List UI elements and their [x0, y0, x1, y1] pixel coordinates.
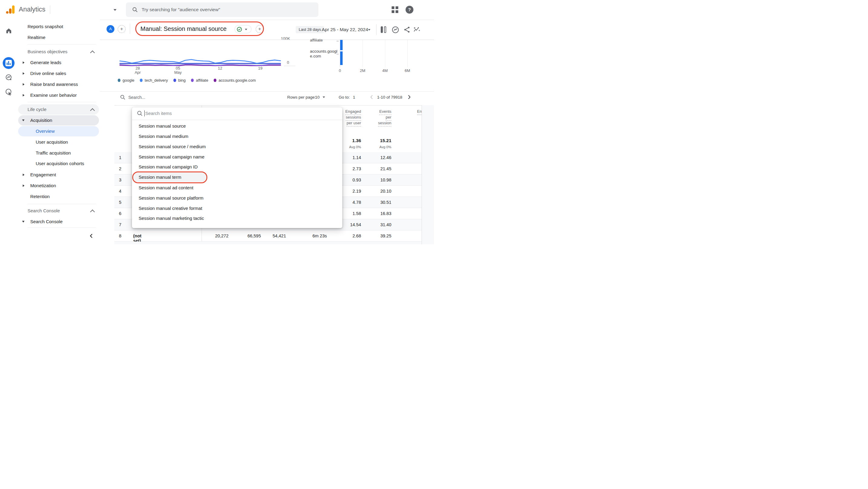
dropdown-item-session-manual-ad-content[interactable]: Session manual ad content: [138, 185, 193, 190]
date-range-selector[interactable]: Apr 25 - May 22, 2024: [322, 26, 368, 33]
account-avatar[interactable]: A: [106, 25, 115, 33]
sidebar-item-raise-brand-awareness[interactable]: Raise brand awareness: [30, 82, 78, 87]
chart-table-divider: [100, 91, 434, 92]
legend-dot: [118, 78, 120, 82]
prev-page-icon[interactable]: [369, 94, 374, 100]
row-number: 4: [115, 189, 126, 194]
sidebar-item-business-objectives[interactable]: Business objectives: [28, 49, 67, 54]
sidebar-item-search-console[interactable]: Search Console: [28, 208, 60, 213]
sidebar-item-examine-user-behavior[interactable]: Examine user behavior: [30, 93, 76, 98]
dropdown-item-session-manual-marketing-tactic[interactable]: Session manual marketing tactic: [138, 216, 204, 221]
table-search-icon[interactable]: [120, 94, 126, 100]
bar-x-tick-0: 0: [334, 68, 346, 73]
dropdown-item-session-manual-source-medium[interactable]: Session manual source / medium: [138, 144, 206, 149]
legend-label: bing: [178, 78, 186, 83]
sidebar-item-drive-online-sales[interactable]: Drive online sales: [30, 71, 66, 76]
next-page-icon[interactable]: [407, 94, 412, 100]
row-number: 3: [115, 177, 126, 182]
column-header-events-per-session[interactable]: Events per session: [358, 109, 391, 126]
dropdown-item-session-manual-creative-format[interactable]: Session manual creative format: [138, 206, 202, 211]
column-header-clipped[interactable]: En: [417, 109, 422, 115]
grid-sq: [392, 6, 394, 9]
ai-insights-sparkle-icon[interactable]: [413, 26, 421, 34]
sidebar-item-reports-snapshot[interactable]: Reports snapshot: [28, 24, 63, 29]
expand-arrow-icon[interactable]: [23, 185, 25, 187]
section-chevron-up-icon[interactable]: [90, 51, 95, 55]
dropdown-item-session-manual-medium[interactable]: Session manual medium: [138, 134, 188, 139]
dropdown-item-session-manual-source-platform[interactable]: Session manual source platform: [138, 195, 204, 200]
sidebar-item-overview[interactable]: Overview: [36, 129, 55, 134]
toolbar-divider: [376, 24, 376, 35]
dropdown-item-session-manual-source[interactable]: Session manual source: [138, 123, 186, 129]
chart-legend: googletech_deliverybingaffiliateaccounts…: [118, 78, 256, 83]
expand-arrow-icon[interactable]: [23, 83, 25, 86]
dropdown-item-session-manual-campaign-id[interactable]: Session manual campaign ID: [138, 164, 198, 169]
add-comparison-button[interactable]: +: [118, 25, 126, 33]
date-preset-chip: Last 28 days: [296, 26, 324, 33]
collapse-arrow-icon[interactable]: [22, 120, 25, 121]
reports-icon-active[interactable]: [3, 57, 14, 69]
share-icon[interactable]: [404, 26, 410, 33]
expand-arrow-icon[interactable]: [23, 94, 25, 96]
bar-accounts-google-com: [340, 52, 343, 65]
sidebar-item-monetization[interactable]: Monetization: [30, 183, 56, 188]
bar-affiliate: [340, 40, 343, 50]
date-chevron-down-icon[interactable]: [368, 29, 370, 31]
row-number: 5: [115, 200, 126, 205]
home-icon[interactable]: [5, 27, 12, 34]
sidebar-item-user-acquisition-cohorts[interactable]: User acquisition cohorts: [36, 161, 84, 166]
legend-label: google: [123, 78, 134, 83]
header-word: session: [378, 121, 391, 126]
bar: [8, 61, 9, 65]
explore-icon[interactable]: [5, 74, 12, 81]
insights-icon[interactable]: [392, 26, 399, 34]
legend-dot: [191, 78, 194, 82]
bar-x-tick-4M: 4M: [379, 68, 391, 73]
help-icon[interactable]: ?: [406, 6, 413, 13]
table-search-input[interactable]: Search...: [128, 95, 145, 100]
compare-reports-icon[interactable]: [380, 26, 388, 33]
goto-label: Go to:: [339, 95, 350, 99]
expand-arrow-icon[interactable]: [23, 173, 25, 176]
grid-sq: [396, 10, 398, 13]
report-title[interactable]: Manual: Session manual source: [141, 22, 227, 36]
legend-item-affiliate[interactable]: affiliate: [191, 78, 208, 83]
sidebar-item-generate-leads[interactable]: Generate leads: [30, 60, 61, 65]
property-chevron-down-icon[interactable]: [114, 9, 117, 11]
nav-collapse-icon[interactable]: [89, 233, 94, 238]
advertising-icon[interactable]: [5, 88, 12, 96]
sidebar-item-retention[interactable]: Retention: [30, 194, 50, 199]
y-axis-label-zero: 0: [287, 60, 293, 65]
dropdown-item-session-manual-term[interactable]: Session manual term: [138, 174, 181, 180]
sidebar-item-life-cycle[interactable]: Life cycle: [28, 107, 46, 112]
rows-per-page-chevron-icon[interactable]: [322, 96, 325, 98]
legend-item-bing[interactable]: bing: [174, 78, 186, 83]
expand-arrow-icon[interactable]: [23, 72, 25, 75]
legend-dot: [140, 78, 143, 82]
sidebar-item-realtime[interactable]: Realtime: [28, 35, 45, 40]
legend-item-accounts.google.com[interactable]: accounts.google.com: [214, 78, 256, 83]
global-search-input[interactable]: Try searching for "audience overview": [126, 2, 318, 17]
collapse-arrow-icon[interactable]: [22, 221, 25, 223]
logo-bar-tall: [12, 5, 14, 13]
legend-item-tech_delivery[interactable]: tech_delivery: [140, 78, 168, 83]
goto-input[interactable]: 1: [353, 95, 355, 99]
dimension-verified-pill[interactable]: [235, 25, 251, 33]
sidebar-item-search-console[interactable]: Search Console: [30, 219, 63, 224]
global-search-placeholder: Try searching for "audience overview": [142, 2, 220, 17]
dropdown-search-input[interactable]: Search items: [145, 111, 172, 116]
apps-grid-icon[interactable]: [392, 6, 398, 13]
pagination-range: 1-10 of 79918: [377, 95, 402, 99]
line-chart-svg: [100, 40, 313, 91]
sidebar-item-traffic-acquisition[interactable]: Traffic acquisition: [36, 150, 71, 156]
sidebar-item-user-acquisition[interactable]: User acquisition: [36, 139, 68, 144]
dropdown-item-session-manual-campaign-name[interactable]: Session manual campaign name: [138, 154, 205, 159]
sidebar-item-acquisition[interactable]: Acquisition: [30, 118, 52, 123]
add-dimension-button[interactable]: +: [256, 25, 264, 33]
dropdown-search-icon: [137, 110, 143, 117]
sidebar-item-engagement[interactable]: Engagement: [30, 172, 56, 177]
rows-per-page-select[interactable]: 10: [315, 95, 319, 99]
section-chevron-up-icon[interactable]: [90, 209, 95, 215]
legend-item-google[interactable]: google: [118, 78, 134, 83]
expand-arrow-icon[interactable]: [23, 61, 25, 64]
